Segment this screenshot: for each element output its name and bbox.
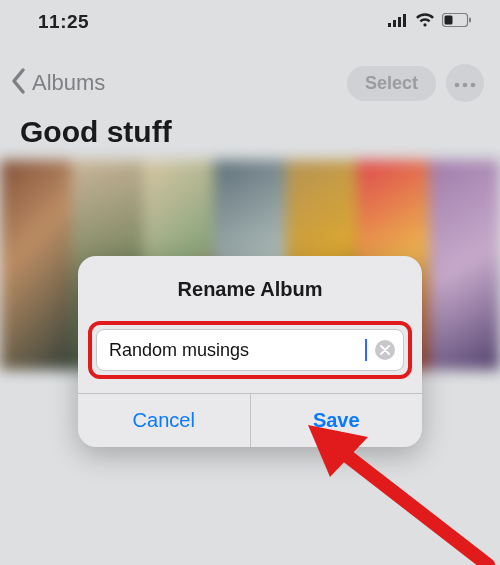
- svg-rect-1: [393, 20, 396, 27]
- dialog-button-row: Cancel Save: [78, 393, 422, 447]
- save-button[interactable]: Save: [251, 394, 423, 447]
- chevron-left-icon: [8, 66, 30, 100]
- dialog-title: Rename Album: [78, 256, 422, 321]
- status-indicators: [388, 13, 472, 31]
- svg-point-7: [455, 82, 460, 87]
- svg-point-8: [463, 82, 468, 87]
- select-button[interactable]: Select: [347, 66, 436, 101]
- svg-rect-5: [445, 16, 453, 25]
- svg-point-9: [471, 82, 476, 87]
- photos-app-screen: 11:25 Albums Select: [0, 0, 500, 565]
- album-title: Good stuff: [20, 115, 172, 149]
- wifi-icon: [415, 13, 435, 31]
- nav-bar: Albums Select: [0, 58, 500, 108]
- clear-text-button[interactable]: [375, 340, 395, 360]
- status-bar: 11:25: [0, 0, 500, 44]
- status-time: 11:25: [38, 11, 89, 33]
- svg-rect-0: [388, 23, 391, 27]
- ellipsis-icon: [454, 76, 476, 91]
- back-button[interactable]: Albums: [8, 66, 105, 100]
- album-name-input[interactable]: [109, 340, 366, 361]
- rename-album-dialog: Rename Album Cancel Save: [78, 256, 422, 447]
- battery-icon: [442, 13, 472, 31]
- svg-rect-3: [403, 14, 406, 27]
- cellular-icon: [388, 13, 408, 31]
- annotation-input-highlight: [88, 321, 412, 379]
- clear-icon: [380, 343, 390, 358]
- album-name-field-wrap[interactable]: [96, 329, 404, 371]
- text-cursor: [365, 339, 367, 361]
- cancel-button[interactable]: Cancel: [78, 394, 251, 447]
- back-label: Albums: [32, 70, 105, 96]
- more-button[interactable]: [446, 64, 484, 102]
- svg-rect-2: [398, 17, 401, 27]
- nav-actions: Select: [347, 64, 484, 102]
- svg-rect-6: [469, 18, 471, 23]
